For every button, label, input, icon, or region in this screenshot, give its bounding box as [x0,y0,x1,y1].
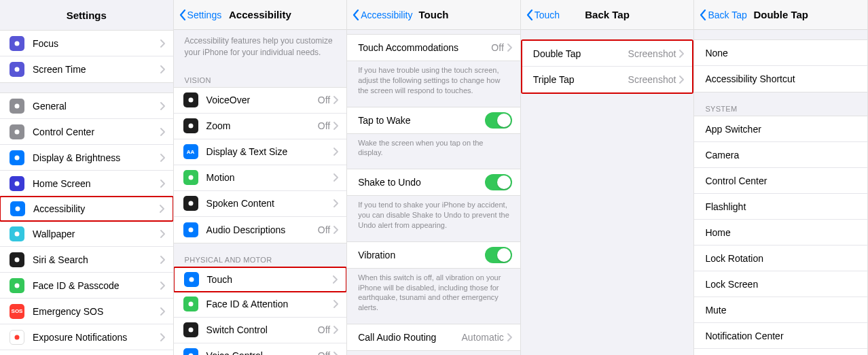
back-label: Back Tap [708,10,746,20]
back-label: Touch [535,10,560,20]
settings-row-battery[interactable]: Battery [0,350,173,355]
settings-row-accessibility[interactable]: Accessibility [0,196,174,222]
voicectl-icon [186,351,196,355]
row-value: Off [318,324,330,335]
settings-row-focus[interactable]: Focus [0,31,173,56]
row-label: Accessibility [33,203,159,214]
row-label: Face ID & Attention [206,299,333,309]
spoken-icon [183,196,198,211]
chevron-right-icon [333,173,338,182]
touch-row-shaketoundo[interactable]: Shake to Undo [347,169,520,195]
a11y-row-voicectl[interactable]: Voice ControlOff [174,343,347,355]
a11y-row-touch[interactable]: Touch [174,267,348,292]
chevron-right-icon [333,122,338,130]
backtap-row-tripletap[interactable]: Triple TapScreenshot [522,67,693,92]
chevron-right-icon [507,333,512,341]
chevron-right-icon [333,352,338,355]
doubletap-row-flashlight[interactable]: Flashlight [694,194,867,220]
touch-row-taptowake[interactable]: Tap to Wake [347,107,520,133]
svg-point-15 [188,175,193,180]
chevron-right-icon [333,300,338,308]
homescreen-icon [12,179,22,188]
exposure-icon [12,333,22,342]
settings-row-screentime[interactable]: Screen Time [0,56,173,82]
a11y-row-switchctl[interactable]: Switch ControlOff [174,318,347,343]
row-label: Face ID & Passcode [33,280,160,291]
siri-icon [12,255,22,265]
backtap-row-doubletap[interactable]: Double TapScreenshot [522,41,693,67]
chevron-right-icon [333,226,338,234]
a11y-row-zoom[interactable]: ZoomOff [174,114,347,139]
row-label: Exposure Notifications [33,332,160,343]
focus-icon [12,39,22,48]
wallpaper-icon [12,229,22,239]
accessibility-icon [10,201,25,216]
a11y-row-audiodesc[interactable]: Audio DescriptionsOff [174,217,347,243]
svg-point-0 [15,41,20,46]
settings-row-sos[interactable]: SOSEmergency SOS [0,299,173,324]
chevron-right-icon [160,180,165,188]
row-label: Screen Time [33,64,160,75]
touch-row-accom[interactable]: Touch AccommodationsOff [347,35,520,61]
general-icon [12,101,22,111]
nav-title: Double Tap [753,9,808,20]
back-button[interactable]: Back Tap [700,10,746,20]
faceid-icon [10,278,24,293]
nav-bar: Back Tap Double Tap [694,0,867,30]
row-label: Call Audio Routing [358,332,461,343]
doubletap-row-notifcenter[interactable]: Notification Center [694,323,867,349]
doubletap-row-lockscreen[interactable]: Lock Screen [694,271,867,297]
doubletap-row-none[interactable]: None [694,40,867,66]
settings-row-siri[interactable]: Siri & Search [0,247,173,273]
doubletap-row-appswitcher[interactable]: App Switcher [694,116,867,142]
zoom-icon [183,118,198,133]
doubletap-row-controlcenter[interactable]: Control Center [694,168,867,194]
doubletap-row-a11yshortcut[interactable]: Accessibility Shortcut [694,66,867,92]
settings-row-general[interactable]: General [0,93,173,119]
settings-row-exposure[interactable]: Exposure Notifications [0,324,173,350]
svg-point-17 [188,227,193,232]
shaketoundo-toggle[interactable] [485,174,512,190]
row-label: Display & Text Size [206,146,333,157]
settings-panel: Settings FocusScreen Time GeneralControl… [0,0,174,355]
settings-row-faceid[interactable]: Face ID & Passcode [0,273,173,299]
a11y-row-spoken[interactable]: Spoken Content [174,191,347,217]
a11y-row-voiceover[interactable]: VoiceOverOff [174,88,347,114]
settings-row-homescreen[interactable]: Home Screen [0,171,173,197]
row-label: Control Center [33,126,160,137]
a11y-row-textsize[interactable]: AADisplay & Text Size [174,139,347,165]
a11y-row-faceatt[interactable]: Face ID & Attention [174,292,347,318]
row-value: Off [318,120,330,131]
nav-title: Accessibility [229,9,291,20]
row-label: Zoom [206,120,318,131]
backtap-panel: Touch Back Tap Double TapScreenshotTripl… [521,0,695,355]
chevron-right-icon [160,230,165,238]
settings-row-controlcenter[interactable]: Control Center [0,119,173,145]
section-footer: If you have trouble using the touch scre… [347,61,520,97]
svg-point-19 [188,302,193,307]
section-footer: Wake the screen when you tap on the disp… [347,134,520,160]
back-button[interactable]: Accessibility [352,10,412,20]
touch-icon [187,275,196,284]
system-header: SYSTEM [694,102,867,116]
vibration-toggle[interactable] [485,247,512,263]
row-label: Touch Accommodations [358,42,491,53]
nav-title: Settings [67,10,107,21]
audiodesc-icon [183,222,198,237]
doubletap-row-mute[interactable]: Mute [694,297,867,323]
a11y-row-motion[interactable]: Motion [174,165,347,191]
back-button[interactable]: Settings [179,10,222,20]
chevron-right-icon [160,307,165,316]
row-label: Flashlight [705,201,859,212]
taptowake-toggle[interactable] [485,112,512,129]
touch-row-callaudio[interactable]: Call Audio RoutingAutomatic [347,324,520,350]
doubletap-row-reachability[interactable]: Reachability [694,349,867,355]
doubletap-row-camera[interactable]: Camera [694,142,867,168]
screentime-icon [10,62,24,77]
settings-row-display[interactable]: Display & Brightness [0,145,173,171]
doubletap-row-lockrotation[interactable]: Lock Rotation [694,246,867,271]
back-button[interactable]: Touch [526,10,560,20]
settings-row-wallpaper[interactable]: Wallpaper [0,221,173,247]
touch-row-vibration[interactable]: Vibration [347,242,520,268]
doubletap-row-home[interactable]: Home [694,220,867,246]
